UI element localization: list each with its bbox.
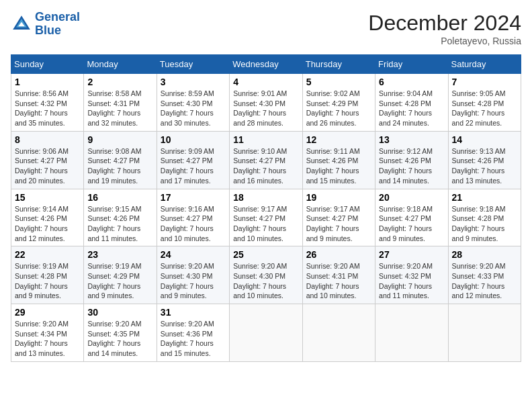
calendar-cell xyxy=(375,304,448,362)
day-number: 7 xyxy=(452,77,517,87)
calendar-cell: 21Sunrise: 9:18 AMSunset: 4:28 PMDayligh… xyxy=(448,189,521,246)
day-info: Sunrise: 9:20 AMSunset: 4:35 PMDaylight:… xyxy=(87,319,152,359)
day-info: Sunrise: 9:01 AMSunset: 4:30 PMDaylight:… xyxy=(233,89,298,128)
day-number: 27 xyxy=(379,249,444,260)
calendar-cell: 16Sunrise: 9:15 AMSunset: 4:26 PMDayligh… xyxy=(84,189,157,246)
calendar-cell: 23Sunrise: 9:19 AMSunset: 4:29 PMDayligh… xyxy=(84,246,157,304)
calendar-cell: 14Sunrise: 9:13 AMSunset: 4:26 PMDayligh… xyxy=(448,131,521,189)
calendar-cell: 31Sunrise: 9:20 AMSunset: 4:36 PMDayligh… xyxy=(157,304,229,362)
day-info: Sunrise: 9:20 AMSunset: 4:32 PMDaylight:… xyxy=(379,261,444,301)
day-info: Sunrise: 9:15 AMSunset: 4:26 PMDaylight:… xyxy=(87,204,152,244)
day-header-monday: Monday xyxy=(84,55,157,74)
day-info: Sunrise: 9:09 AMSunset: 4:27 PMDaylight:… xyxy=(161,146,226,186)
day-header-friday: Friday xyxy=(375,55,448,74)
calendar-cell xyxy=(230,304,302,362)
day-info: Sunrise: 9:12 AMSunset: 4:26 PMDaylight:… xyxy=(379,146,444,186)
calendar-cell: 24Sunrise: 9:20 AMSunset: 4:30 PMDayligh… xyxy=(157,246,229,304)
location: Poletayevo, Russia xyxy=(368,36,521,46)
day-number: 16 xyxy=(87,192,152,203)
day-number: 12 xyxy=(306,134,371,145)
day-info: Sunrise: 9:06 AMSunset: 4:27 PMDaylight:… xyxy=(15,146,80,186)
calendar-week-row: 8Sunrise: 9:06 AMSunset: 4:27 PMDaylight… xyxy=(11,131,521,189)
day-number: 10 xyxy=(161,134,226,145)
day-header-saturday: Saturday xyxy=(448,55,521,74)
calendar-table: SundayMondayTuesdayWednesdayThursdayFrid… xyxy=(11,54,521,362)
day-number: 6 xyxy=(379,77,444,87)
day-info: Sunrise: 8:56 AMSunset: 4:32 PMDaylight:… xyxy=(15,89,80,128)
day-header-thursday: Thursday xyxy=(302,55,375,74)
day-number: 11 xyxy=(233,134,298,145)
day-info: Sunrise: 8:59 AMSunset: 4:30 PMDaylight:… xyxy=(161,89,226,128)
day-number: 24 xyxy=(161,249,226,260)
day-info: Sunrise: 9:02 AMSunset: 4:29 PMDaylight:… xyxy=(306,89,371,128)
calendar-cell: 2Sunrise: 8:58 AMSunset: 4:31 PMDaylight… xyxy=(84,74,157,132)
calendar-cell: 30Sunrise: 9:20 AMSunset: 4:35 PMDayligh… xyxy=(84,304,157,362)
day-number: 13 xyxy=(379,134,444,145)
calendar-cell: 15Sunrise: 9:14 AMSunset: 4:26 PMDayligh… xyxy=(11,189,84,246)
day-info: Sunrise: 9:14 AMSunset: 4:26 PMDaylight:… xyxy=(15,204,80,244)
day-number: 20 xyxy=(379,192,444,203)
day-number: 18 xyxy=(233,192,298,203)
logo-line1: General xyxy=(35,10,80,24)
day-info: Sunrise: 8:58 AMSunset: 4:31 PMDaylight:… xyxy=(87,89,152,128)
calendar-cell xyxy=(302,304,375,362)
calendar-cell: 26Sunrise: 9:20 AMSunset: 4:31 PMDayligh… xyxy=(302,246,375,304)
day-info: Sunrise: 9:04 AMSunset: 4:28 PMDaylight:… xyxy=(379,89,444,128)
calendar-cell: 19Sunrise: 9:17 AMSunset: 4:27 PMDayligh… xyxy=(302,189,375,246)
calendar-cell: 20Sunrise: 9:18 AMSunset: 4:27 PMDayligh… xyxy=(375,189,448,246)
calendar-week-row: 22Sunrise: 9:19 AMSunset: 4:28 PMDayligh… xyxy=(11,246,521,304)
day-number: 14 xyxy=(452,134,517,145)
day-number: 25 xyxy=(233,249,298,260)
calendar-cell: 18Sunrise: 9:17 AMSunset: 4:27 PMDayligh… xyxy=(230,189,302,246)
day-number: 3 xyxy=(161,77,226,87)
calendar-cell: 27Sunrise: 9:20 AMSunset: 4:32 PMDayligh… xyxy=(375,246,448,304)
calendar-cell: 6Sunrise: 9:04 AMSunset: 4:28 PMDaylight… xyxy=(375,74,448,132)
day-number: 31 xyxy=(161,307,226,318)
day-info: Sunrise: 9:18 AMSunset: 4:27 PMDaylight:… xyxy=(379,204,444,244)
calendar-cell: 11Sunrise: 9:10 AMSunset: 4:27 PMDayligh… xyxy=(230,131,302,189)
day-number: 17 xyxy=(161,192,226,203)
day-info: Sunrise: 9:17 AMSunset: 4:27 PMDaylight:… xyxy=(306,204,371,244)
calendar-week-row: 15Sunrise: 9:14 AMSunset: 4:26 PMDayligh… xyxy=(11,189,521,246)
logo: General Blue xyxy=(11,11,80,38)
day-info: Sunrise: 9:20 AMSunset: 4:30 PMDaylight:… xyxy=(161,261,226,301)
calendar-cell: 7Sunrise: 9:05 AMSunset: 4:28 PMDaylight… xyxy=(448,74,521,132)
day-number: 8 xyxy=(15,134,80,145)
calendar-cell xyxy=(448,304,521,362)
calendar-cell: 25Sunrise: 9:20 AMSunset: 4:30 PMDayligh… xyxy=(230,246,302,304)
calendar-cell: 17Sunrise: 9:16 AMSunset: 4:27 PMDayligh… xyxy=(157,189,229,246)
calendar-cell: 10Sunrise: 9:09 AMSunset: 4:27 PMDayligh… xyxy=(157,131,229,189)
day-info: Sunrise: 9:17 AMSunset: 4:27 PMDaylight:… xyxy=(233,204,298,244)
calendar-cell: 9Sunrise: 9:08 AMSunset: 4:27 PMDaylight… xyxy=(84,131,157,189)
calendar-cell: 22Sunrise: 9:19 AMSunset: 4:28 PMDayligh… xyxy=(11,246,84,304)
month-title: December 2024 xyxy=(368,11,521,36)
day-info: Sunrise: 9:13 AMSunset: 4:26 PMDaylight:… xyxy=(452,146,517,186)
logo-line2: Blue xyxy=(35,24,61,37)
day-header-wednesday: Wednesday xyxy=(230,55,302,74)
calendar-cell: 5Sunrise: 9:02 AMSunset: 4:29 PMDaylight… xyxy=(302,74,375,132)
day-info: Sunrise: 9:19 AMSunset: 4:29 PMDaylight:… xyxy=(87,261,152,301)
day-number: 22 xyxy=(15,249,80,260)
day-number: 5 xyxy=(306,77,371,87)
logo-icon xyxy=(11,13,32,35)
calendar-week-row: 1Sunrise: 8:56 AMSunset: 4:32 PMDaylight… xyxy=(11,74,521,132)
day-number: 29 xyxy=(15,307,80,318)
day-info: Sunrise: 9:11 AMSunset: 4:26 PMDaylight:… xyxy=(306,146,371,186)
day-info: Sunrise: 9:05 AMSunset: 4:28 PMDaylight:… xyxy=(452,89,517,128)
calendar-body: 1Sunrise: 8:56 AMSunset: 4:32 PMDaylight… xyxy=(11,74,521,362)
day-number: 1 xyxy=(15,77,80,87)
day-number: 30 xyxy=(87,307,152,318)
calendar-cell: 4Sunrise: 9:01 AMSunset: 4:30 PMDaylight… xyxy=(230,74,302,132)
calendar-cell: 29Sunrise: 9:20 AMSunset: 4:34 PMDayligh… xyxy=(11,304,84,362)
calendar-cell: 1Sunrise: 8:56 AMSunset: 4:32 PMDaylight… xyxy=(11,74,84,132)
day-number: 15 xyxy=(15,192,80,203)
day-info: Sunrise: 9:20 AMSunset: 4:36 PMDaylight:… xyxy=(161,319,226,359)
day-info: Sunrise: 9:20 AMSunset: 4:30 PMDaylight:… xyxy=(233,261,298,301)
day-number: 9 xyxy=(87,134,152,145)
day-number: 4 xyxy=(233,77,298,87)
day-info: Sunrise: 9:20 AMSunset: 4:31 PMDaylight:… xyxy=(306,261,371,301)
day-info: Sunrise: 9:20 AMSunset: 4:34 PMDaylight:… xyxy=(15,319,80,359)
day-header-tuesday: Tuesday xyxy=(157,55,229,74)
day-info: Sunrise: 9:16 AMSunset: 4:27 PMDaylight:… xyxy=(161,204,226,244)
day-info: Sunrise: 9:18 AMSunset: 4:28 PMDaylight:… xyxy=(452,204,517,244)
